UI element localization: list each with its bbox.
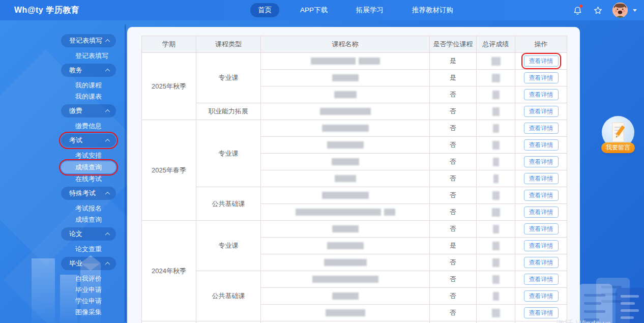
redacted-block	[322, 125, 369, 132]
view-detail-button[interactable]: 查看详情	[524, 123, 559, 134]
view-detail-button[interactable]: 查看详情	[524, 274, 559, 285]
star-icon[interactable]	[592, 5, 603, 16]
table-row: 公共基础课否查看详情	[142, 271, 567, 288]
empty-cell	[196, 321, 261, 323]
top-nav-item-1[interactable]: APP下载	[292, 3, 335, 17]
degree-course-cell: 否	[430, 137, 477, 154]
view-detail-button[interactable]: 查看详情	[524, 173, 559, 184]
redacted-score	[492, 242, 500, 250]
sidebar-item-考试安排[interactable]: 考试安排	[75, 150, 127, 161]
score-cell	[477, 53, 515, 70]
sidebar-item-自我评价[interactable]: 自我评价	[75, 273, 127, 284]
degree-course-cell: 否	[430, 120, 477, 137]
view-detail-button[interactable]: 查看详情	[524, 207, 559, 218]
topbar-icons	[572, 0, 637, 20]
table-row: 职业能力拓展否查看详情	[142, 103, 567, 120]
course-name-cell	[261, 170, 430, 187]
sidebar-header-label: 登记表填写	[69, 36, 102, 45]
top-nav-item-3[interactable]: 推荐教材订购	[404, 3, 461, 17]
view-detail-button[interactable]: 查看详情	[524, 156, 559, 167]
chevron-up-icon	[105, 261, 110, 267]
redacted-course-name	[263, 108, 427, 115]
empty-cell	[261, 321, 430, 323]
action-cell: 查看详情	[515, 86, 567, 103]
notification-bell-icon[interactable]	[572, 5, 583, 16]
avatar-dropdown-caret[interactable]	[633, 9, 637, 12]
table-row: 公共基础课否查看详情	[142, 187, 567, 204]
view-detail-button[interactable]: 查看详情	[524, 223, 559, 234]
sidebar-item-我的课表[interactable]: 我的课表	[75, 91, 127, 102]
sidebar-item-成绩查询[interactable]: 成绩查询	[61, 161, 116, 173]
sidebar-section-6: 毕业自我评价毕业申请学位申请图像采集	[0, 257, 127, 318]
sidebar-item-考试报名[interactable]: 考试报名	[75, 203, 127, 214]
redacted-course-name	[263, 74, 427, 81]
sidebar-header-缴费[interactable]: 缴费	[61, 104, 116, 118]
page-background: 登记表填写登记表填写教务我的课程我的课表缴费缴费信息考试考试安排成绩查询在线考试…	[0, 20, 644, 323]
sidebar-section-3: 考试考试安排成绩查询在线考试	[0, 134, 127, 185]
view-detail-button[interactable]: 查看详情	[524, 139, 559, 151]
sidebar-item-我的课程[interactable]: 我的课程	[75, 80, 127, 91]
degree-course-cell: 否	[430, 271, 477, 288]
view-detail-button[interactable]: 查看详情	[524, 290, 559, 302]
sidebar-header-特殊考试[interactable]: 特殊考试	[61, 187, 116, 200]
view-detail-button[interactable]: 查看详情	[524, 190, 559, 201]
sidebar-header-考试[interactable]: 考试	[61, 134, 116, 147]
top-nav-item-0[interactable]: 首页	[250, 3, 279, 17]
view-detail-button[interactable]: 查看详情	[524, 72, 559, 83]
redacted-block	[326, 309, 365, 316]
view-detail-button[interactable]: 查看详情	[524, 240, 559, 251]
sidebar-item-成绩查询[interactable]: 成绩查询	[75, 214, 127, 225]
chevron-up-icon	[105, 109, 110, 114]
sidebar-item-论文查重[interactable]: 论文查重	[75, 244, 127, 255]
redacted-block	[359, 57, 380, 65]
redacted-course-name	[263, 259, 427, 266]
redacted-course-name	[263, 292, 427, 300]
view-detail-button[interactable]: 查看详情	[524, 257, 559, 268]
action-cell: 查看详情	[515, 271, 567, 288]
action-cell: 查看详情	[515, 305, 567, 321]
sidebar-item-毕业申请[interactable]: 毕业申请	[75, 284, 127, 296]
grades-table: 学期课程类型课程名称是否学位课程总评成绩操作2025年秋季专业课是查看详情是查看…	[141, 36, 567, 323]
sidebar-item-缴费信息[interactable]: 缴费信息	[75, 121, 127, 132]
course-type-cell: 公共基础课	[196, 187, 261, 221]
redacted-score	[492, 191, 500, 200]
view-detail-button[interactable]: 查看详情	[524, 106, 559, 117]
sidebar-item-登记表填写[interactable]: 登记表填写	[75, 50, 127, 62]
redacted-block	[332, 74, 359, 81]
sidebar-header-毕业[interactable]: 毕业	[61, 257, 116, 270]
degree-course-cell: 否	[430, 221, 477, 238]
chevron-up-icon	[105, 138, 110, 143]
sidebar-item-在线考试[interactable]: 在线考试	[75, 173, 127, 185]
redacted-course-name	[263, 192, 427, 199]
sidebar-header-论文[interactable]: 论文	[61, 227, 116, 241]
view-detail-button[interactable]: 查看详情	[524, 89, 559, 100]
score-cell	[477, 170, 515, 187]
course-name-cell	[261, 288, 430, 305]
sidebar-header-label: 考试	[69, 136, 82, 145]
documents-illustration	[573, 275, 644, 323]
empty-cell	[142, 321, 196, 323]
score-cell	[477, 238, 515, 254]
course-name-cell	[261, 254, 430, 271]
action-cell: 查看详情	[515, 254, 567, 271]
sidebar-item-图像采集[interactable]: 图像采集	[75, 307, 127, 318]
action-cell: 查看详情	[515, 137, 567, 154]
user-avatar[interactable]	[612, 3, 628, 18]
empty-cell	[477, 321, 515, 323]
view-detail-button[interactable]: 查看详情	[524, 307, 559, 318]
redacted-block	[335, 175, 356, 182]
sidebar-header-教务[interactable]: 教务	[61, 64, 116, 77]
redacted-score	[492, 258, 500, 267]
action-cell: 查看详情	[515, 170, 567, 187]
leave-message-button[interactable]: 我要留言	[601, 142, 635, 153]
top-nav-item-2[interactable]: 拓展学习	[348, 3, 391, 17]
empty-cell	[430, 321, 477, 323]
sidebar-item-学位申请[interactable]: 学位申请	[75, 296, 127, 307]
table-header-row: 学期课程类型课程名称是否学位课程总评成绩操作	[142, 36, 567, 53]
sidebar-header-登记表填写[interactable]: 登记表填写	[61, 34, 116, 47]
column-header-2: 课程名称	[261, 36, 430, 53]
view-detail-button[interactable]: 查看详情	[524, 55, 559, 67]
redacted-score	[492, 91, 500, 99]
action-cell: 查看详情	[515, 204, 567, 221]
redacted-score	[493, 174, 499, 183]
